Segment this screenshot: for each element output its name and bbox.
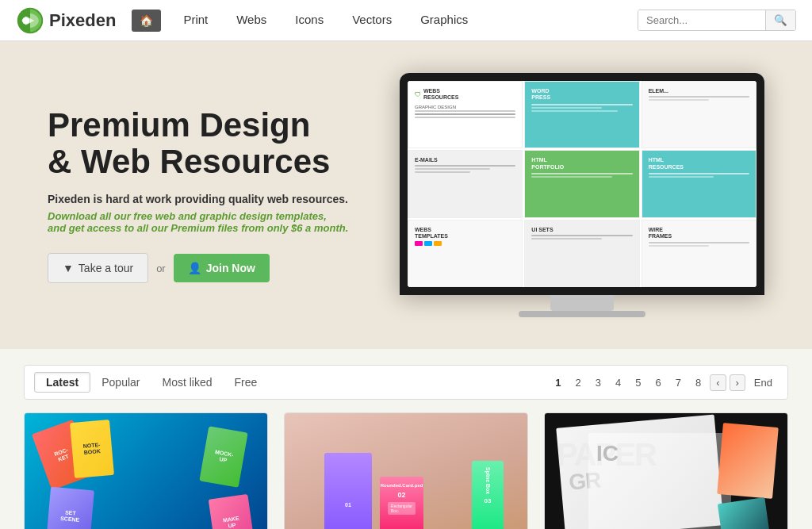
box-tall: 01 [324,453,372,529]
notebook-deco-5: MAKEUP [209,494,255,529]
monitor-base [519,311,645,317]
page-3[interactable]: 3 [590,375,607,390]
page-6[interactable]: 6 [649,375,666,390]
card-boxes[interactable]: 01 Rounded.Card.psd 02 RectangularBox. S… [284,412,528,529]
page-7[interactable]: 7 [670,375,687,390]
hero-buttons: ▼ Take a tour or 👤 Join Now [48,253,400,283]
paper-text-big: PAPER [557,437,656,473]
box-spine: Spine Box 03 [472,461,504,529]
search-button[interactable]: 🔍 [765,10,795,30]
page-1[interactable]: 1 [550,375,566,390]
screen-cell-emails: E-MAILS [408,150,523,217]
tabs-bar: Latest Popular Most liked Free 1 2 3 4 5… [24,365,788,400]
card-boxes-image: 01 Rounded.Card.psd 02 RectangularBox. S… [285,413,527,529]
search-area: 🔍 [638,10,796,31]
notebook-deco-4: SETSCENE [46,487,94,529]
hero-content: Premium Design& Web Resources Pixeden is… [48,107,400,283]
nav-vectors[interactable]: Vectors [338,0,406,41]
screen-cell-elem: ELEM... [642,81,756,148]
take-tour-button[interactable]: ▼ Take a tour [48,253,148,283]
monitor-mockup: 🛡 WEBSRESOURCES GRAPHIC DESIGN WORDPRESS [400,73,764,317]
nav-graphics[interactable]: Graphics [406,0,482,41]
nav-print[interactable]: Print [169,0,222,41]
nav-webs[interactable]: Webs [222,0,281,41]
tour-icon: ▼ [63,262,74,274]
card-notebook[interactable]: ROC-KET NOTE-BOOK MOCK-UP SETSCENE MAKEU… [24,412,268,529]
tab-popular[interactable]: Popular [90,373,151,392]
prev-page-button[interactable]: ‹ [710,374,726,391]
screen-cell-html-resources: HTMLRESOURCES [642,150,756,217]
pagination: 1 2 3 4 5 6 7 8 ‹ › End [550,374,778,391]
page-5[interactable]: 5 [630,375,646,390]
card-paper[interactable]: GR IC 01 PAPER Stationery Psd Paper Scen… [544,412,788,529]
card-notebook-image: ROC-KET NOTE-BOOK MOCK-UP SETSCENE MAKEU… [25,413,267,529]
hero-description: Pixeden is hard at work providing qualit… [48,193,400,205]
tab-latest[interactable]: Latest [34,372,90,393]
hero-section: Premium Design& Web Resources Pixeden is… [0,41,812,349]
logo-icon [16,6,44,35]
screen-cell-ui-sets: UI SETS [524,220,639,287]
monitor-bezel: 🛡 WEBSRESOURCES GRAPHIC DESIGN WORDPRESS [400,73,764,295]
cards-grid: ROC-KET NOTE-BOOK MOCK-UP SETSCENE MAKEU… [24,412,788,529]
logo[interactable]: Pixeden [16,6,116,35]
monitor-stand [550,295,614,311]
monitor-screen: 🛡 WEBSRESOURCES GRAPHIC DESIGN WORDPRESS [408,81,756,287]
notebook-deco-3: MOCK-UP [199,426,247,488]
box-medium: Rounded.Card.psd 02 RectangularBox. [380,477,423,529]
join-icon: 👤 [188,262,201,274]
screen-cell-wireframes: WIREFRAMES [642,220,756,287]
hero-monitor: 🛡 WEBSRESOURCES GRAPHIC DESIGN WORDPRESS [400,73,764,317]
or-label: or [156,263,166,274]
home-button[interactable]: 🏠 [132,10,161,32]
page-2[interactable]: 2 [570,375,587,390]
card-paper-image: GR IC 01 PAPER [545,413,787,529]
notebook-deco-2: NOTE-BOOK [70,420,114,478]
next-page-button[interactable]: › [730,374,745,391]
paper-orange [717,423,779,499]
screen-cell-webs: 🛡 WEBSRESOURCES GRAPHIC DESIGN [408,81,523,148]
header: Pixeden 🏠 Print Webs Icons Vectors Graph… [0,0,812,41]
main-nav: Print Webs Icons Vectors Graphics [169,0,638,41]
page-4[interactable]: 4 [610,375,626,390]
end-page-button[interactable]: End [749,375,778,390]
page-8[interactable]: 8 [690,375,707,390]
join-now-button[interactable]: 👤 Join Now [174,254,270,282]
hero-title: Premium Design& Web Resources [48,107,400,180]
screen-cell-wordpress: WORDPRESS [524,81,639,148]
search-input[interactable] [638,10,765,30]
paper-blue [718,497,770,529]
hero-subdescription: Download all our free web and graphic de… [48,210,400,234]
content-area: Latest Popular Most liked Free 1 2 3 4 5… [0,349,812,529]
tab-free[interactable]: Free [224,373,269,392]
screen-cell-webs-templates: WEBSTEMPLATES [408,220,523,287]
nav-icons[interactable]: Icons [281,0,338,41]
logo-text: Pixeden [49,10,116,31]
tab-most-liked[interactable]: Most liked [151,373,224,392]
screen-cell-html-portfolio: HTMLPORTFOLIO [524,150,639,217]
